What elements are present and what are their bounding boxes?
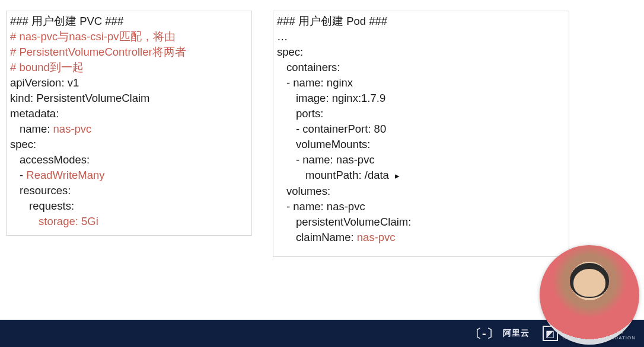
yaml-line: spec: (10, 137, 248, 152)
brand-aliyun: 〔-〕 阿里云 (470, 326, 530, 342)
yaml-line: - name: nas-pvc (277, 152, 565, 168)
yaml-line: - ReadWriteMany (10, 168, 248, 183)
comment-line: # PersistentVolumeController将两者 (10, 44, 248, 60)
yaml-line: ports: (277, 106, 565, 121)
yaml-key: name: (20, 123, 53, 135)
yaml-line: volumes: (277, 184, 565, 199)
yaml-line: image: nginx:1.7.9 (277, 91, 565, 106)
yaml-line: name: nas-pvc (10, 121, 248, 137)
yaml-key: claimName: (296, 231, 357, 243)
yaml-value: ReadWriteMany (26, 169, 104, 181)
yaml-line: claimName: nas-pvc (277, 230, 565, 245)
yaml-line: requests: (10, 198, 248, 214)
yaml-text: mountPath: /data (305, 169, 389, 181)
yaml-line: - name: nas-pvc (277, 199, 565, 214)
yaml-line: apiVersion: v1 (10, 75, 248, 91)
yaml-line: … (277, 29, 565, 44)
card-title: ### 用户创建 Pod ### (277, 14, 565, 29)
presenter-video (540, 245, 639, 345)
yaml-key: storage: (39, 215, 81, 227)
yaml-value: 5Gi (81, 215, 98, 227)
yaml-line: spec: (277, 44, 565, 60)
aliyun-logo-icon: 〔-〕 (470, 326, 499, 342)
yaml-line: mountPath: /data ▸ (277, 168, 565, 184)
yaml-line: storage: 5Gi (10, 214, 248, 229)
yaml-line: volumeMounts: (277, 137, 565, 152)
mouse-cursor-icon: ▸ (395, 171, 400, 181)
card-title: ### 用户创建 PVC ### (10, 14, 248, 29)
yaml-line: - name: nginx (277, 75, 565, 91)
yaml-line: resources: (10, 183, 248, 198)
yaml-line: kind: PersistentVolumeClaim (10, 91, 248, 106)
yaml-value: nas-pvc (357, 231, 396, 243)
comment-line: # nas-pvc与nas-csi-pv匹配，将由 (10, 29, 248, 44)
yaml-card-pod: ### 用户创建 Pod ### … spec: containers: - n… (273, 11, 569, 257)
yaml-dash: - (20, 169, 26, 181)
comment-line: # bound到一起 (10, 60, 248, 75)
yaml-line: metadata: (10, 106, 248, 121)
yaml-card-pvc: ### 用户创建 PVC ### # nas-pvc与nas-csi-pv匹配，… (6, 11, 252, 236)
yaml-line: - containerPort: 80 (277, 121, 565, 137)
yaml-value: nas-pvc (53, 123, 92, 135)
brand-text: 阿里云 (503, 328, 530, 339)
yaml-line: persistentVolumeClaim: (277, 214, 565, 230)
yaml-line: containers: (277, 60, 565, 75)
yaml-line: accessModes: (10, 152, 248, 168)
footer-bar: 〔-〕 阿里云 ◩ CLOUD NATIVE COMPUTING FOUNDAT… (0, 320, 644, 347)
